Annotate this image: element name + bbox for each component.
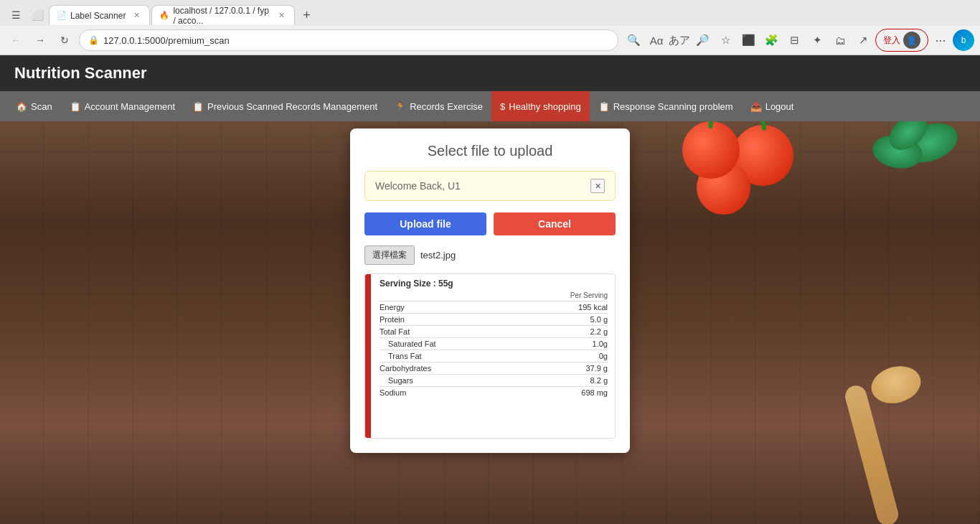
extensions-icon-btn[interactable]: 🧩 — [760, 29, 782, 51]
welcome-close-btn[interactable]: ✕ — [590, 179, 605, 193]
protein-value: 5.0 g — [590, 315, 608, 324]
main-content: Select file to upload Welcome Back, U1 ✕… — [0, 121, 980, 524]
sodium-value: 698 mg — [581, 388, 608, 397]
energy-value: 195 kcal — [578, 303, 608, 312]
nav-account-label: Account Management — [85, 101, 175, 112]
app-title: Nutrition Scanner — [14, 64, 147, 83]
dialog-title: Select file to upload — [364, 143, 616, 159]
serving-size: Serving Size : 55g — [380, 279, 608, 289]
new-tab-button[interactable]: + — [296, 5, 316, 25]
avatar: 👤 — [903, 32, 920, 49]
welcome-text: Welcome Back, U1 — [375, 180, 461, 192]
sign-in-label: 登入 — [883, 34, 900, 47]
nav-scan-label: Scan — [31, 101, 52, 112]
favorites-icon-btn[interactable]: ☆ — [715, 29, 736, 51]
collections-icon-btn[interactable]: 🗂 — [829, 29, 851, 51]
sat-fat-label: Saturated Fat — [388, 340, 436, 348]
nav-exercise-label: Records Exercise — [410, 101, 483, 112]
tab-strip-left[interactable]: ⬜ — [27, 5, 47, 25]
records-icon: 📋 — [192, 101, 204, 112]
sugars-label: Sugars — [388, 376, 413, 385]
trans-fat-value: 0g — [599, 352, 608, 360]
tab-bar: ☰ ⬜ 📄 Label Scanner ✕ 🔥 localhost / 127.… — [0, 0, 980, 26]
carbs-value: 37.9 g — [585, 364, 608, 373]
toolbar-icons: 🔍 Aα あア 🔎 ☆ ⬛ 🧩 ⊟ ✦ 🗂 ↗ 登入 👤 ··· b — [623, 29, 974, 52]
nav-response-label: Response Scanning problem — [613, 101, 733, 112]
file-name-label: test2.jpg — [420, 250, 456, 261]
nutrition-row-7: Sodium 698 mg — [380, 386, 608, 398]
tab-close-scanner[interactable]: ✕ — [131, 10, 142, 21]
account-icon: 📋 — [70, 101, 81, 112]
aa2-icon-btn[interactable]: あア — [669, 29, 690, 51]
nutrition-row-4: Trans Fat 0g — [380, 350, 608, 362]
app-header: Nutrition Scanner — [0, 55, 980, 91]
per-serving-header: Per Serving — [570, 291, 608, 299]
forward-button[interactable]: → — [30, 30, 50, 50]
logout-icon: 📤 — [750, 101, 762, 112]
response-icon: 📋 — [598, 101, 610, 112]
nutrition-row-3: Saturated Fat 1.0g — [380, 337, 608, 350]
nav-account[interactable]: 📋 Account Management — [61, 91, 184, 121]
bing-button[interactable]: b — [953, 29, 974, 51]
nav-logout-label: Logout — [765, 101, 794, 112]
nutrition-row-1: Protein 5.0 g — [380, 313, 608, 325]
dialog-buttons: Upload file Cancel — [364, 212, 616, 235]
protein-label: Protein — [380, 315, 405, 324]
nutrition-row-2: Total Fat 2.2 g — [380, 325, 608, 337]
nav-exercise[interactable]: 🏃 Records Exercise — [386, 91, 491, 121]
energy-label: Energy — [380, 303, 405, 312]
tab-localhost-text: localhost / 127.0.0.1 / fyp / acco... — [173, 6, 270, 26]
nutrition-row-6: Sugars 8.2 g — [380, 374, 608, 386]
tab-doc-icon: 📄 — [57, 11, 67, 20]
file-choose-button[interactable]: 選擇檔案 — [364, 245, 415, 265]
sat-fat-value: 1.0g — [593, 340, 608, 348]
total-fat-value: 2.2 g — [590, 327, 608, 336]
refresh-button[interactable]: ↻ — [55, 30, 75, 50]
star-icon-btn[interactable]: ✦ — [806, 29, 828, 51]
nav-records[interactable]: 📋 Previous Scanned Records Management — [184, 91, 386, 121]
nav-shopping[interactable]: $ Healthy shopping — [491, 91, 590, 121]
tab-close-localhost[interactable]: ✕ — [276, 10, 287, 21]
sign-in-button[interactable]: 登入 👤 — [875, 29, 928, 52]
zoom-icon-btn[interactable]: 🔎 — [692, 29, 713, 51]
tab-label-scanner[interactable]: 📄 Label Scanner ✕ — [49, 5, 150, 25]
nutrition-row-5: Carbohydrates 37.9 g — [380, 362, 608, 374]
nav-response[interactable]: 📋 Response Scanning problem — [590, 91, 742, 121]
menu-dots-button[interactable]: ··· — [930, 29, 951, 51]
tab-fire-icon: 🔥 — [159, 11, 169, 20]
nav-shopping-label: Healthy shopping — [509, 101, 580, 112]
upload-file-button[interactable]: Upload file — [364, 212, 486, 235]
sidebar-btn[interactable]: ☰ — [6, 5, 26, 25]
exercise-icon: 🏃 — [395, 101, 406, 112]
upload-dialog: Select file to upload Welcome Back, U1 ✕… — [350, 128, 630, 453]
file-input-row: 選擇檔案 test2.jpg — [364, 245, 616, 265]
shopping-icon: $ — [500, 101, 505, 112]
address-bar: ← → ↻ 🔒 127.0.0.1:5000/premium_scan 🔍 Aα… — [0, 26, 980, 55]
nutrition-label: Serving Size : 55g Per Serving Energy 19… — [365, 274, 615, 438]
share-icon-btn[interactable]: ↗ — [852, 29, 874, 51]
aa-icon-btn[interactable]: Aα — [646, 29, 667, 51]
total-fat-label: Total Fat — [380, 327, 410, 336]
url-bar[interactable]: 🔒 127.0.0.1:5000/premium_scan — [79, 29, 618, 51]
nutrition-row-0: Energy 195 kcal — [380, 301, 608, 313]
scan-home-icon: 🏠 — [16, 101, 27, 112]
cancel-button[interactable]: Cancel — [494, 212, 616, 235]
dialog-overlay: Select file to upload Welcome Back, U1 ✕… — [0, 121, 980, 524]
back-button[interactable]: ← — [6, 30, 26, 50]
nav-logout[interactable]: 📤 Logout — [742, 91, 803, 121]
red-bar — [365, 274, 371, 438]
camera-icon-btn[interactable]: ⬛ — [738, 29, 759, 51]
lock-icon: 🔒 — [88, 35, 99, 45]
preview-image: Serving Size : 55g Per Serving Energy 19… — [364, 273, 616, 439]
search-icon-btn[interactable]: 🔍 — [623, 29, 644, 51]
carbs-label: Carbohydrates — [380, 364, 431, 373]
tab-localhost[interactable]: 🔥 localhost / 127.0.0.1 / fyp / acco... … — [151, 5, 295, 25]
url-text: 127.0.0.1:5000/premium_scan — [103, 35, 609, 46]
nav-scan[interactable]: 🏠 Scan — [7, 91, 61, 121]
split-icon-btn[interactable]: ⊟ — [783, 29, 805, 51]
sodium-label: Sodium — [380, 388, 406, 397]
nav-bar: 🏠 Scan 📋 Account Management 📋 Previous S… — [0, 91, 980, 121]
nav-records-label: Previous Scanned Records Management — [207, 101, 377, 112]
browser-chrome: ☰ ⬜ 📄 Label Scanner ✕ 🔥 localhost / 127.… — [0, 0, 980, 55]
sugars-value: 8.2 g — [590, 376, 608, 385]
